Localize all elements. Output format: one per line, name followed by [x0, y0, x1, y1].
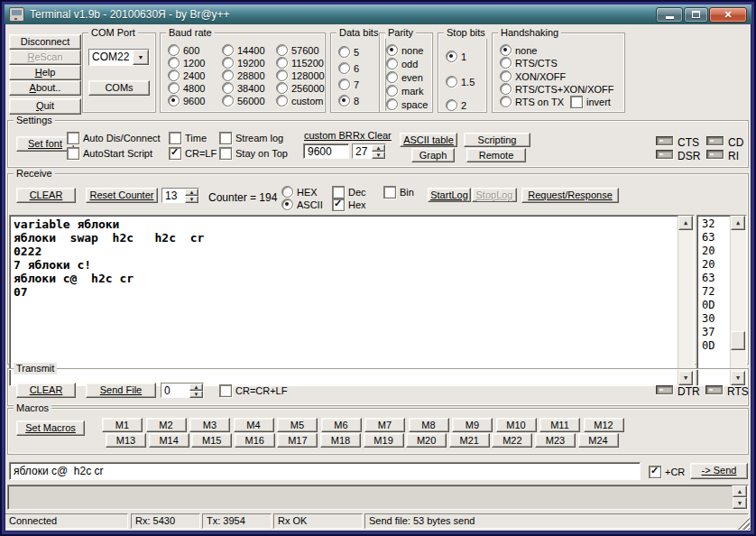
scroll-up-icon[interactable]: ▲	[733, 485, 747, 497]
receive-scrollbar[interactable]: ▲ ▼	[678, 216, 694, 385]
close-button[interactable]: ✕	[709, 7, 747, 23]
baud-38400-option[interactable]: 38400	[222, 82, 265, 94]
macro-m9-button[interactable]: M9	[452, 418, 493, 432]
spin-down-icon[interactable]: ▼	[189, 391, 203, 398]
hex-checkbox[interactable]: Hex	[332, 199, 366, 211]
macro-m4-button[interactable]: M4	[234, 418, 274, 432]
time-checkbox[interactable]: Time	[169, 132, 207, 144]
send-file-button[interactable]: Send File	[86, 383, 156, 398]
stream-log-checkbox[interactable]: Stream log	[219, 132, 283, 144]
handshaking-xonxoff-option[interactable]: XON/XOFF	[500, 70, 566, 82]
transmit-clear-button[interactable]: CLEAR	[16, 383, 76, 398]
macro-m2-button[interactable]: M2	[146, 418, 187, 432]
autostart-script-checkbox[interactable]: AutoStart Script	[67, 147, 152, 160]
reset-counter-button[interactable]: Reset Counter	[86, 188, 158, 203]
ascii-mode-option[interactable]: ASCII	[281, 199, 323, 210]
baud-2400-option[interactable]: 2400	[168, 69, 205, 81]
baud-custom-option[interactable]: custom	[276, 95, 323, 106]
baud-256000-option[interactable]: 256000	[276, 82, 325, 94]
bin-checkbox[interactable]: Bin	[383, 186, 414, 199]
macro-m6-button[interactable]: M6	[321, 418, 362, 432]
about-button[interactable]: About..	[9, 80, 81, 96]
macro-m10-button[interactable]: M10	[496, 418, 537, 432]
stay-on-top-checkbox[interactable]: Stay on Top	[219, 147, 288, 160]
baud-115200-option[interactable]: 115200	[276, 57, 324, 69]
baud-19200-option[interactable]: 19200	[222, 57, 265, 69]
parity-none-option[interactable]: none	[386, 44, 423, 56]
request-response-button[interactable]: Request/Response	[521, 188, 619, 203]
transmit-delay-spinner[interactable]: 0 ▲▼	[161, 383, 204, 398]
macro-m16-button[interactable]: M16	[235, 433, 275, 448]
macro-m23-button[interactable]: M23	[535, 433, 576, 448]
rx-clear-spinner[interactable]: 27 ▲▼	[352, 143, 386, 159]
parity-mark-option[interactable]: mark	[386, 85, 423, 97]
handshaking-rtscts-xonxoff-option[interactable]: RTS/CTS+XON/XOFF	[500, 83, 614, 95]
dec-checkbox[interactable]: Dec	[332, 186, 366, 199]
transmit-editor-scrollbar[interactable]: ▲ ▼	[732, 485, 748, 509]
macro-m17-button[interactable]: M17	[277, 433, 318, 448]
spin-up-icon[interactable]: ▲	[189, 384, 203, 391]
quit-button[interactable]: Quit	[9, 98, 81, 115]
spin-down-icon[interactable]: ▼	[372, 152, 385, 159]
macro-m1-button[interactable]: M1	[102, 418, 143, 432]
transmit-editor[interactable]: ▲ ▼	[7, 485, 749, 510]
set-font-button[interactable]: Set font	[16, 136, 74, 152]
dtr-led[interactable]	[656, 385, 674, 395]
receive-clear-button[interactable]: CLEAR	[16, 188, 76, 203]
title-bar[interactable]: Terminal v1.9b - 20100630Я - by Br@y++ ✕	[5, 5, 751, 24]
receive-terminal[interactable]: variable яблоки яблоки swap h2c h2c cr 0…	[9, 215, 695, 386]
macro-m12-button[interactable]: M12	[584, 418, 624, 432]
baud-4800-option[interactable]: 4800	[168, 82, 205, 94]
send-input[interactable]	[9, 462, 641, 480]
graph-button[interactable]: Graph	[411, 148, 455, 162]
data-bits-5-option[interactable]: 5	[338, 46, 359, 58]
macro-m20-button[interactable]: M20	[406, 433, 447, 448]
maximize-button[interactable]	[684, 7, 708, 23]
hex-scrollbar[interactable]: ▲ ▼	[730, 216, 746, 385]
scroll-up-icon[interactable]: ▲	[731, 216, 745, 230]
startlog-button[interactable]: StartLog	[428, 188, 471, 202]
scripting-button[interactable]: Scripting	[464, 133, 530, 147]
macro-m3-button[interactable]: M3	[189, 418, 230, 432]
macro-m15-button[interactable]: M15	[191, 433, 232, 448]
macro-m5-button[interactable]: M5	[277, 418, 318, 432]
scroll-up-icon[interactable]: ▲	[678, 216, 693, 230]
com-port-select[interactable]: COM22 ▼	[88, 49, 150, 66]
stop-bits-1-5-option[interactable]: 1.5	[446, 76, 475, 88]
help-button[interactable]: Help	[9, 65, 81, 80]
minimize-button[interactable]	[656, 7, 683, 23]
invert-checkbox[interactable]: invert	[570, 96, 611, 108]
baud-600-option[interactable]: 600	[168, 44, 199, 56]
scroll-down-icon[interactable]: ▼	[733, 497, 747, 509]
hex-panel[interactable]: 32 63 20 20 63 72 0D 30 37 0D ▲ ▼	[696, 215, 747, 386]
parity-odd-option[interactable]: odd	[386, 58, 418, 69]
data-bits-7-option[interactable]: 7	[338, 79, 359, 90]
baud-128000-option[interactable]: 128000	[276, 69, 325, 81]
scrollbar-thumb[interactable]	[731, 331, 745, 350]
coms-button[interactable]: COMs	[88, 80, 150, 96]
cr-crlf-checkbox[interactable]: CR=CR+LF	[219, 384, 287, 397]
data-bits-8-option[interactable]: 8	[338, 95, 359, 106]
macro-m11-button[interactable]: M11	[539, 418, 580, 432]
macro-m21-button[interactable]: M21	[449, 433, 490, 448]
rts-led[interactable]	[705, 385, 724, 395]
macro-m14-button[interactable]: M14	[149, 433, 189, 448]
macro-m8-button[interactable]: M8	[409, 418, 449, 432]
hex-mode-option[interactable]: HEX	[281, 186, 318, 198]
handshaking-rtscts-option[interactable]: RTS/CTS	[500, 57, 558, 69]
stop-bits-2-option[interactable]: 2	[446, 99, 466, 111]
ascii-table-button[interactable]: ASCII table	[400, 133, 457, 147]
handshaking-none-option[interactable]: none	[500, 44, 537, 56]
macro-m24-button[interactable]: M24	[578, 433, 619, 448]
data-bits-6-option[interactable]: 6	[338, 62, 359, 74]
rx-clear-label[interactable]: Rx Clear	[353, 130, 392, 141]
macro-m13-button[interactable]: M13	[106, 433, 146, 448]
plus-cr-checkbox[interactable]: +CR	[649, 466, 685, 478]
send-button[interactable]: -> Send	[690, 463, 748, 479]
counter-spinner[interactable]: 13 ▲▼	[161, 188, 199, 203]
com-port-dropdown-button[interactable]: ▼	[133, 50, 149, 65]
parity-even-option[interactable]: even	[386, 71, 423, 83]
handshaking-rts-on-tx-option[interactable]: RTS on TX	[500, 96, 564, 107]
remote-button[interactable]: Remote	[466, 148, 526, 162]
custom-br-input[interactable]	[303, 143, 349, 159]
